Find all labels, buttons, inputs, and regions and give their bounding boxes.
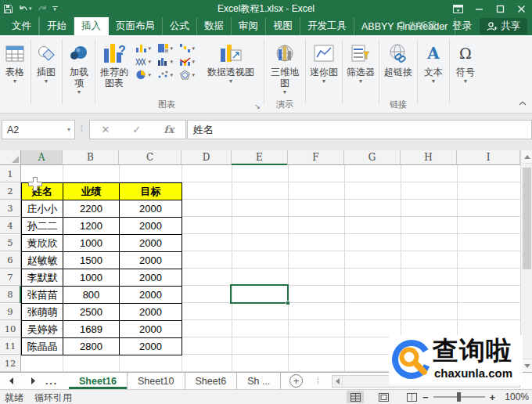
row-header-8[interactable]: 8 <box>0 286 21 303</box>
maximize-button[interactable] <box>490 0 511 17</box>
column-header-e[interactable]: E <box>232 150 288 165</box>
row-header-12[interactable]: 12 <box>0 355 21 372</box>
sheet-tab-truncated[interactable]: Sh ... <box>237 373 281 389</box>
tab-developer[interactable]: 开发工具 <box>300 17 354 35</box>
page-break-view-button[interactable] <box>403 391 420 403</box>
minimize-button[interactable] <box>469 0 490 17</box>
cell-performance[interactable]: 1000 <box>63 235 120 252</box>
cell-name[interactable]: 赵敏敏 <box>22 252 63 269</box>
redo-button[interactable] <box>37 4 48 13</box>
cell-performance[interactable]: 800 <box>63 287 120 304</box>
table-button[interactable]: 表格 ▼ <box>0 35 30 85</box>
row-header-6[interactable]: 6 <box>0 251 21 269</box>
column-header-a[interactable]: A <box>21 150 63 165</box>
column-header-c[interactable]: C <box>119 150 182 165</box>
scroll-down-button[interactable] <box>522 359 532 372</box>
sheet-tab-sheet6[interactable]: Sheet6 <box>185 373 238 389</box>
save-icon[interactable] <box>3 4 13 14</box>
formula-bar-splitter[interactable]: ⁞ <box>81 124 83 133</box>
sheetbar-splitter[interactable]: ⁞ <box>317 373 319 389</box>
confirm-entry-icon[interactable]: ✓ <box>132 124 141 135</box>
formula-input[interactable]: 姓名 <box>187 120 532 139</box>
row-header-11[interactable]: 11 <box>0 337 21 355</box>
waterfall-chart-button[interactable]: ▾ <box>179 41 201 55</box>
tab-review[interactable]: 审阅 <box>232 17 266 35</box>
undo-button[interactable]: ▾ <box>18 4 32 13</box>
ribbon-display-options-button[interactable] <box>448 0 469 17</box>
name-box-dropdown-icon[interactable]: ▾ <box>67 126 70 133</box>
cell-target[interactable]: 2000 <box>120 252 182 269</box>
cancel-entry-icon[interactable]: ✕ <box>101 124 110 135</box>
tab-formulas[interactable]: 公式 <box>163 17 197 35</box>
row-header-4[interactable]: 4 <box>0 217 21 234</box>
cell-name[interactable]: 孙二二 <box>22 218 63 235</box>
vertical-scroll-thumb[interactable] <box>523 168 531 269</box>
select-all-button[interactable] <box>0 150 21 165</box>
cell-name[interactable]: 陈晶晶 <box>22 338 63 355</box>
zoom-in-button[interactable]: + <box>490 391 496 403</box>
status-circular-reference[interactable]: 循环引用 <box>34 391 72 404</box>
scatter-chart-button[interactable]: ▾ <box>157 68 179 81</box>
share-button[interactable]: 共享 <box>480 18 527 34</box>
sheet-tab-sheet10[interactable]: Sheet10 <box>128 373 185 389</box>
collapse-ribbon-icon[interactable] <box>519 95 527 109</box>
previous-sheet-button[interactable] <box>2 373 20 389</box>
cell-name[interactable]: 庄小小 <box>22 200 63 218</box>
cell-target[interactable]: 2000 <box>120 304 182 321</box>
tell-me-box[interactable]: 告诉我... <box>397 20 444 33</box>
sheet-tab-sheet16[interactable]: Sheet16 <box>69 373 128 389</box>
insert-function-button[interactable]: fx <box>164 124 174 135</box>
line-chart-button[interactable]: ▾ <box>135 55 157 68</box>
row-header-3[interactable]: 3 <box>0 200 21 217</box>
page-layout-view-button[interactable] <box>375 391 392 403</box>
scroll-up-button[interactable] <box>522 150 532 164</box>
name-box[interactable]: A2 ▾ <box>2 120 75 139</box>
column-header-i[interactable]: I <box>457 150 520 165</box>
cell-target[interactable]: 2000 <box>120 200 182 218</box>
cell-name[interactable]: 吴婷婷 <box>22 321 63 338</box>
scroll-left-button[interactable] <box>332 376 343 387</box>
pie-chart-button[interactable]: ▾ <box>135 68 157 81</box>
column-chart-button[interactable]: ▾ <box>135 41 157 55</box>
cell-name[interactable]: 张苗苗 <box>22 287 63 304</box>
text-button[interactable]: A 文本 ▼ <box>419 35 448 85</box>
cell-name[interactable]: 黄欣欣 <box>22 235 63 252</box>
tab-page-layout[interactable]: 页面布局 <box>109 17 163 35</box>
header-cell-performance[interactable]: 业绩 <box>63 183 120 200</box>
cell-performance[interactable]: 1689 <box>63 321 120 338</box>
tab-data[interactable]: 数据 <box>197 17 232 35</box>
zoom-slider[interactable] <box>433 396 485 398</box>
sign-in-button[interactable]: 登录 <box>452 20 472 33</box>
close-button[interactable] <box>511 0 532 17</box>
column-header-d[interactable]: D <box>182 150 232 165</box>
charts-dialog-launcher-icon[interactable]: ↘ <box>254 103 261 110</box>
filters-button[interactable]: 筛选器 ▼ <box>343 35 378 85</box>
cell-performance[interactable]: 1000 <box>63 269 120 287</box>
column-header-h[interactable]: H <box>401 150 457 165</box>
map-3d-button[interactable]: 三维地图 ▼ <box>265 35 304 96</box>
tab-home[interactable]: 开始 <box>39 17 74 35</box>
cell-target[interactable]: 2000 <box>120 287 182 304</box>
zoom-level[interactable]: 100% <box>505 391 529 402</box>
fill-handle[interactable] <box>286 301 290 305</box>
row-header-5[interactable]: 5 <box>0 234 21 251</box>
tab-insert[interactable]: 插入 <box>74 17 109 35</box>
cell-performance[interactable]: 2500 <box>63 304 120 321</box>
tab-view[interactable]: 视图 <box>266 17 300 35</box>
row-header-1[interactable]: 1 <box>0 165 21 182</box>
row-header-10[interactable]: 10 <box>0 320 21 337</box>
next-sheet-button[interactable] <box>23 373 42 389</box>
new-sheet-button[interactable]: + <box>289 374 303 388</box>
pivot-chart-button[interactable]: 数据透视图 ▼ <box>205 35 257 85</box>
illustrations-button[interactable]: 插图 ▼ <box>32 35 60 85</box>
cell-target[interactable]: 2000 <box>120 218 182 235</box>
combo-chart-button[interactable]: ▾ <box>179 55 201 68</box>
normal-view-button[interactable] <box>347 391 364 403</box>
sparklines-button[interactable]: 迷你图 ▼ <box>307 35 341 85</box>
row-header-2[interactable]: 2 <box>0 182 21 200</box>
cell-name[interactable]: 李默默 <box>22 269 63 287</box>
zoom-out-button[interactable]: − <box>422 391 429 403</box>
column-header-f[interactable]: F <box>288 150 344 165</box>
cell-performance[interactable]: 2800 <box>63 338 120 355</box>
recommended-charts-button[interactable]: ? 推荐的图表 <box>96 35 132 88</box>
